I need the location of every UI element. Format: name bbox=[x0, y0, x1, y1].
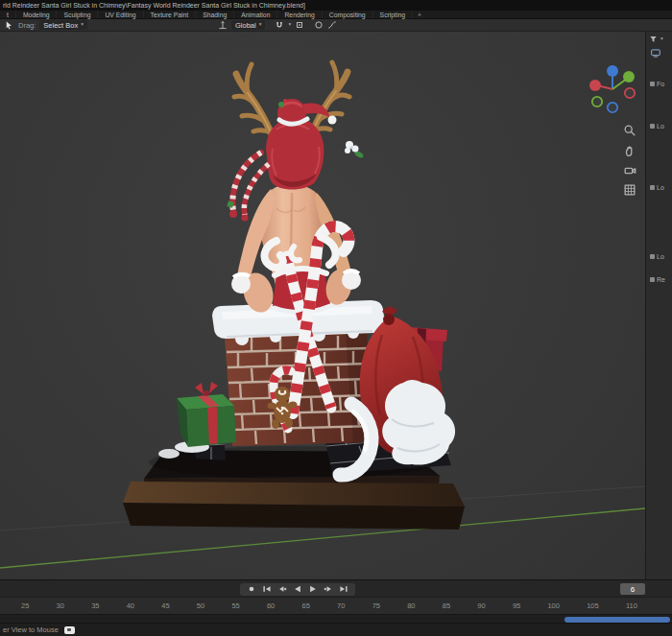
panel-item-icon bbox=[650, 277, 655, 282]
keymap-icon bbox=[64, 626, 75, 634]
panel-item[interactable]: Fo bbox=[650, 81, 664, 87]
workspace-tab[interactable]: Compositing bbox=[323, 11, 373, 18]
next-keyframe-button[interactable] bbox=[324, 584, 333, 594]
play-button[interactable] bbox=[308, 584, 318, 594]
frame-tick: 75 bbox=[372, 601, 380, 610]
workspace-tab[interactable]: Rendering bbox=[277, 11, 322, 18]
frame-tick: 90 bbox=[477, 601, 485, 610]
panel-item-icon bbox=[650, 124, 655, 129]
chevron-down-icon[interactable]: ▾ bbox=[288, 22, 291, 28]
snap-target-icon[interactable] bbox=[295, 20, 304, 30]
frame-tick: 60 bbox=[267, 601, 275, 610]
frame-tick: 105 bbox=[587, 601, 599, 610]
active-tool-cursor-icon[interactable] bbox=[4, 20, 14, 31]
jump-to-start-button[interactable] bbox=[262, 584, 272, 594]
scene-3d[interactable] bbox=[0, 32, 645, 579]
timeline-scrollbar bbox=[0, 614, 672, 623]
add-workspace-button[interactable]: + bbox=[413, 12, 426, 18]
proportional-editing-icon[interactable] bbox=[314, 20, 324, 30]
workspace-tab[interactable]: Scripting bbox=[373, 11, 413, 18]
model-snow-drift[interactable] bbox=[382, 380, 455, 465]
nav-gizmo[interactable] bbox=[588, 64, 637, 114]
move-view-hand-icon[interactable] bbox=[622, 144, 637, 159]
frame-tick: 65 bbox=[302, 601, 310, 610]
hair-flower bbox=[345, 141, 365, 159]
frame-tick: 45 bbox=[161, 601, 169, 610]
workspace-tabbar: tModelingSculptingUV EditingTexture Pain… bbox=[0, 11, 672, 19]
workspace-tab[interactable]: Sculpting bbox=[57, 11, 98, 18]
camera-view-button[interactable] bbox=[622, 163, 637, 178]
play-reverse-button[interactable] bbox=[293, 584, 302, 594]
workspace-tab[interactable]: Modeling bbox=[16, 11, 58, 18]
frame-tick: 110 bbox=[626, 601, 637, 610]
tool-settings-bar: Drag: Select Box ▾ Global ▾ ▾ bbox=[0, 19, 672, 32]
window-title: rld Reindeer Santa Girl Stuck in Chimney… bbox=[3, 2, 305, 9]
workspace-tab[interactable]: Texture Paint bbox=[144, 11, 197, 18]
frame-tick: 25 bbox=[21, 601, 29, 610]
chevron-down-icon: ▾ bbox=[81, 22, 84, 28]
drag-label: Drag: bbox=[18, 21, 36, 30]
panel-item[interactable]: Lo bbox=[650, 253, 664, 260]
frame-ruler[interactable]: 253035404550556065707580859095100105110 bbox=[0, 597, 672, 614]
zoom-button[interactable] bbox=[622, 123, 637, 138]
falloff-curve-icon[interactable] bbox=[327, 20, 337, 30]
workspace-tab[interactable]: t bbox=[0, 11, 16, 18]
scrollbar-thumb[interactable] bbox=[564, 617, 670, 623]
frame-tick: 80 bbox=[407, 601, 415, 610]
frame-tick: 70 bbox=[337, 601, 345, 610]
status-hint: er View to Mouse bbox=[3, 625, 59, 634]
window-titlebar: rld Reindeer Santa Girl Stuck in Chimney… bbox=[0, 0, 672, 11]
ortho-toggle-button[interactable] bbox=[622, 182, 637, 198]
autokey-button[interactable] bbox=[247, 584, 256, 594]
playback-controls bbox=[240, 583, 355, 596]
panel-item-icon bbox=[650, 185, 655, 190]
chevron-down-icon: ▾ bbox=[259, 22, 262, 28]
workspace-tab[interactable]: Shading bbox=[196, 11, 234, 18]
panel-item-icon bbox=[650, 254, 655, 259]
current-frame-field[interactable]: 6 bbox=[620, 583, 645, 595]
panel-item[interactable]: Re bbox=[650, 276, 665, 283]
panel-item[interactable]: Lo bbox=[650, 184, 664, 191]
select-mode-dropdown[interactable]: Select Box ▾ bbox=[39, 20, 87, 30]
filter-funnel-icon[interactable] bbox=[649, 35, 658, 43]
workspace-tab[interactable]: Animation bbox=[234, 11, 277, 18]
frame-tick: 35 bbox=[91, 601, 99, 610]
frame-tick: 55 bbox=[231, 601, 239, 610]
workspace-tab[interactable]: UV Editing bbox=[98, 11, 143, 18]
frame-tick: 100 bbox=[547, 601, 560, 610]
orientation-axes-icon bbox=[218, 20, 228, 30]
chevron-down-icon[interactable]: ▾ bbox=[660, 36, 663, 42]
prev-keyframe-button[interactable] bbox=[277, 584, 287, 594]
frame-tick: 30 bbox=[57, 601, 64, 610]
viewport-3d[interactable] bbox=[0, 32, 645, 579]
frame-tick: 50 bbox=[197, 601, 204, 610]
frame-tick: 85 bbox=[443, 601, 450, 610]
frame-tick: 40 bbox=[127, 601, 134, 610]
transform-orientation-dropdown[interactable]: Global ▾ bbox=[231, 20, 265, 30]
status-bar: er View to Mouse bbox=[0, 623, 672, 636]
panel-item-icon bbox=[650, 82, 655, 86]
snap-magnet-icon[interactable] bbox=[275, 20, 284, 30]
jump-to-end-button[interactable] bbox=[339, 584, 348, 594]
right-panel: ▾ Fo Lo Lo Lo Re bbox=[645, 32, 672, 579]
panel-item[interactable]: Lo bbox=[650, 123, 664, 130]
timeline-header: 6 bbox=[0, 579, 672, 597]
scene-icon[interactable] bbox=[651, 49, 660, 59]
frame-tick: 95 bbox=[513, 601, 520, 610]
